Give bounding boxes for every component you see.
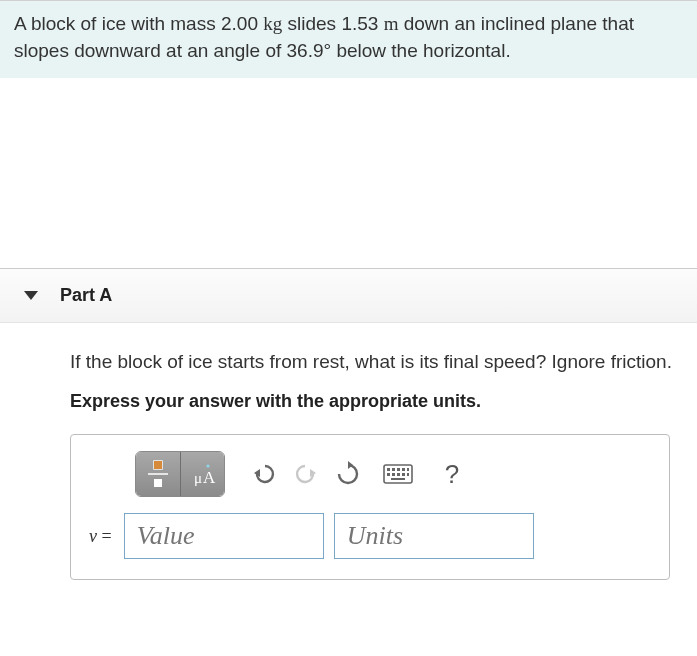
units-input[interactable] (334, 513, 534, 559)
instruction-text: Express your answer with the appropriate… (70, 391, 697, 412)
svg-marker-9 (348, 461, 353, 469)
svg-rect-11 (387, 468, 390, 471)
part-label: Part A (60, 285, 112, 306)
svg-text:μ: μ (194, 470, 202, 486)
help-button[interactable]: ? (431, 453, 473, 495)
angle-value: 36.9 (287, 40, 324, 61)
svg-rect-3 (154, 479, 162, 487)
template-buttons: μ A (135, 451, 225, 497)
svg-point-6 (206, 465, 209, 468)
svg-rect-16 (387, 473, 390, 476)
answer-variable: v = (89, 526, 112, 547)
reset-button[interactable] (327, 453, 369, 495)
svg-rect-14 (402, 468, 405, 471)
question-text: If the block of ice starts from rest, wh… (70, 351, 697, 373)
redo-button[interactable] (285, 453, 327, 495)
answer-row: v = (89, 513, 651, 559)
undo-button[interactable] (243, 453, 285, 495)
degree-symbol: ° (324, 40, 332, 61)
svg-rect-18 (397, 473, 400, 476)
mass-unit: kg (263, 13, 282, 34)
spacer (0, 78, 697, 268)
toolbar: μ A (135, 451, 651, 497)
svg-rect-1 (154, 461, 162, 469)
keyboard-button[interactable] (377, 453, 419, 495)
problem-text-2: slides (282, 13, 341, 34)
problem-statement: A block of ice with mass 2.00 kg slides … (0, 0, 697, 78)
svg-rect-13 (397, 468, 400, 471)
problem-text-1: A block of ice with mass (14, 13, 221, 34)
svg-rect-12 (392, 468, 395, 471)
svg-rect-15 (407, 468, 409, 471)
help-icon: ? (445, 459, 459, 490)
value-input[interactable] (124, 513, 324, 559)
svg-rect-20 (407, 473, 409, 476)
svg-rect-21 (391, 478, 405, 480)
special-char-button[interactable]: μ A (180, 452, 224, 496)
svg-rect-17 (392, 473, 395, 476)
fraction-template-button[interactable] (136, 452, 180, 496)
mass-value: 2.00 (221, 13, 258, 34)
dist-unit: m (384, 13, 399, 34)
svg-text:A: A (203, 468, 216, 487)
dist-value: 1.53 (341, 13, 378, 34)
part-header[interactable]: Part A (0, 268, 697, 323)
expand-caret-icon (24, 291, 38, 300)
part-body: If the block of ice starts from rest, wh… (0, 323, 697, 580)
problem-text-4: below the horizontal. (331, 40, 511, 61)
svg-rect-19 (402, 473, 405, 476)
answer-box: μ A (70, 434, 670, 580)
